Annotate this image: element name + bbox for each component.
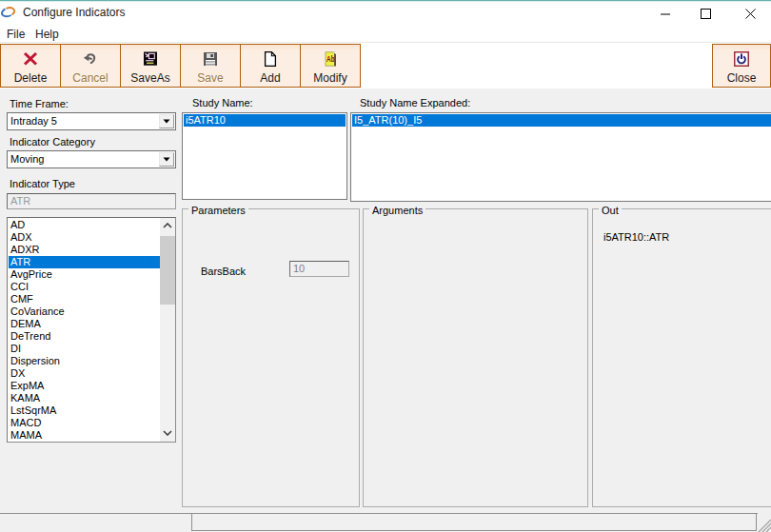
svg-text:Ab: Ab [326, 54, 335, 64]
